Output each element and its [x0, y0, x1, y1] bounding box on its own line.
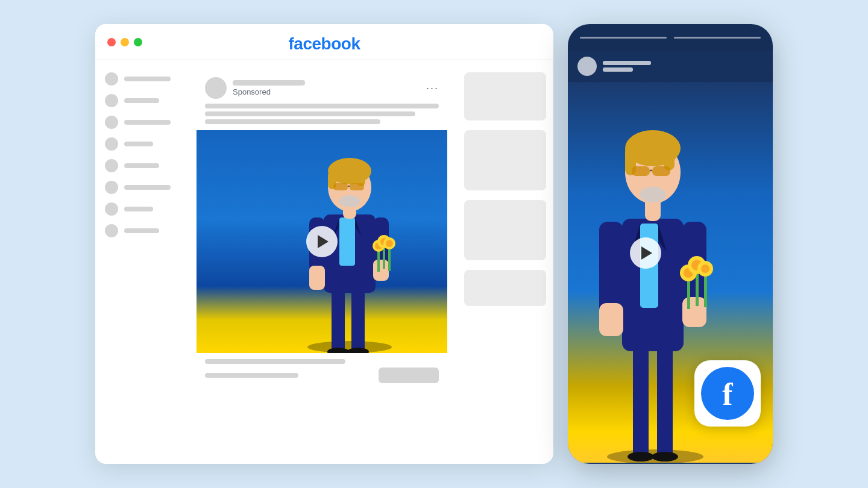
svg-rect-10 [373, 260, 389, 281]
left-sidebar [95, 60, 192, 464]
status-bar-line [580, 37, 667, 39]
right-sidebar-block [464, 72, 546, 120]
person-illustration [280, 130, 419, 353]
svg-rect-44 [704, 273, 707, 307]
svg-rect-38 [599, 222, 623, 315]
post-avatar [205, 77, 227, 99]
window-dot-red[interactable] [107, 38, 116, 46]
svg-rect-39 [599, 303, 623, 336]
sidebar-item [105, 116, 182, 129]
sidebar-lines [124, 120, 182, 125]
sidebar-line [124, 142, 153, 146]
svg-rect-8 [309, 266, 325, 290]
mobile-avatar [577, 57, 597, 76]
sidebar-line [124, 228, 159, 233]
svg-point-50 [701, 264, 709, 273]
post-more-button[interactable]: ··· [426, 82, 439, 95]
sidebar-avatar [105, 224, 118, 237]
sidebar-line [124, 185, 171, 190]
svg-point-30 [339, 195, 360, 207]
mobile-name-line [603, 61, 651, 65]
play-button[interactable] [306, 226, 338, 257]
sidebar-item [105, 72, 182, 86]
facebook-f-letter: f [722, 379, 732, 410]
svg-rect-27 [333, 183, 348, 190]
mobile-post-header [568, 51, 773, 82]
facebook-circle: f [701, 367, 754, 420]
sidebar-line [124, 77, 171, 81]
post-header: Sponsored ··· [197, 70, 447, 104]
svg-rect-13 [388, 246, 391, 271]
text-line [205, 104, 439, 108]
sidebar-lines [124, 142, 182, 146]
mobile-mockup: f [568, 24, 773, 464]
sidebar-lines [124, 228, 182, 233]
mobile-play-icon [641, 246, 652, 260]
mobile-play-button[interactable] [630, 237, 661, 269]
window-dot-green[interactable] [134, 38, 142, 46]
facebook-badge: f [694, 360, 761, 427]
sidebar-avatar [105, 116, 118, 129]
svg-rect-58 [632, 166, 650, 176]
window-dots [107, 38, 142, 46]
post-card: Sponsored ··· [197, 70, 447, 389]
sidebar-line [124, 98, 159, 103]
sidebar-line [124, 163, 159, 168]
cta-button[interactable] [379, 368, 439, 383]
sidebar-item [105, 224, 182, 237]
sidebar-line [124, 120, 171, 125]
sidebar-avatar [105, 202, 118, 216]
mobile-name-line [603, 67, 633, 72]
sidebar-lines [124, 185, 182, 190]
sidebar-item [105, 94, 182, 107]
right-sidebar-block [464, 200, 546, 260]
play-icon [318, 235, 329, 248]
sidebar-avatar [105, 94, 118, 107]
sidebar-lines [124, 77, 182, 81]
window-dot-orange[interactable] [121, 38, 129, 46]
right-sidebar-block [464, 130, 546, 190]
sidebar-item [105, 137, 182, 151]
right-sidebar [457, 60, 553, 464]
post-image[interactable] [197, 130, 447, 353]
svg-point-61 [640, 187, 666, 202]
mobile-image-area: f [568, 82, 773, 463]
sidebar-line [124, 207, 153, 211]
sidebar-lines [124, 98, 182, 103]
post-name-bar [233, 80, 305, 86]
footer-line [205, 373, 298, 378]
svg-point-34 [627, 452, 654, 461]
svg-point-35 [652, 452, 678, 461]
sidebar-lines [124, 163, 182, 168]
post-footer [197, 353, 447, 389]
svg-rect-2 [351, 287, 365, 353]
news-feed: Sponsored ··· [192, 60, 457, 464]
post-text-lines [197, 104, 447, 130]
sidebar-avatar [105, 72, 118, 86]
sidebar-item [105, 159, 182, 172]
svg-rect-33 [657, 342, 673, 460]
svg-rect-59 [652, 166, 670, 176]
text-line [205, 119, 380, 124]
sidebar-lines [124, 207, 182, 211]
sidebar-avatar [105, 137, 118, 151]
desktop-titlebar: facebook [95, 24, 553, 60]
svg-rect-6 [339, 217, 355, 266]
status-bar-line [674, 37, 761, 39]
sidebar-avatar [105, 181, 118, 194]
svg-rect-41 [682, 297, 706, 327]
sponsored-label: Sponsored [233, 87, 420, 96]
svg-rect-32 [633, 342, 649, 460]
right-sidebar-block [464, 270, 546, 306]
sidebar-item [105, 181, 182, 194]
facebook-logo: facebook [289, 34, 360, 54]
post-meta: Sponsored [233, 80, 420, 96]
desktop-mockup: facebook [95, 24, 553, 464]
sidebar-avatar [105, 159, 118, 172]
svg-point-19 [386, 240, 393, 247]
scene: facebook [42, 15, 826, 473]
svg-rect-28 [350, 183, 364, 190]
desktop-content: Sponsored ··· [95, 60, 553, 464]
sidebar-item [105, 202, 182, 216]
mobile-name-lines [603, 61, 651, 72]
